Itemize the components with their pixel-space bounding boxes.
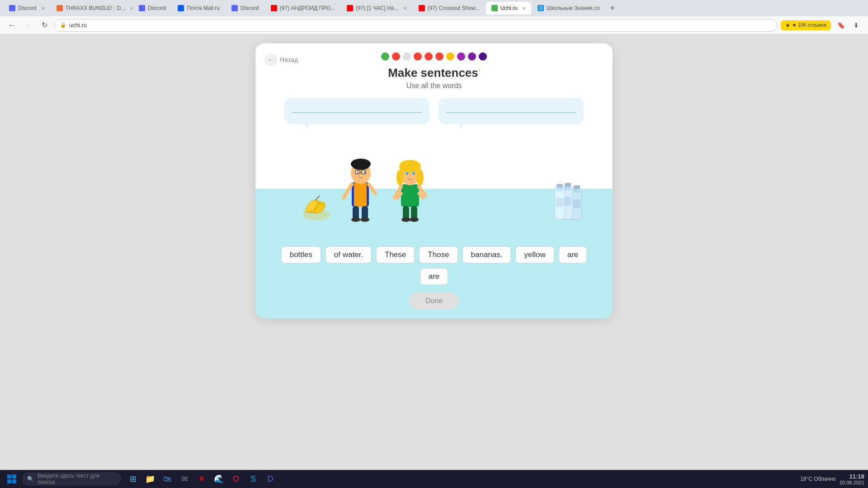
answer-boxes <box>270 98 598 124</box>
exercise-title: Make sentences· <box>270 66 598 80</box>
word-chip-yellow[interactable]: yellow <box>515 246 554 263</box>
tab-label-discord2: Discord <box>148 5 166 11</box>
word-chip-are1[interactable]: are <box>559 246 587 263</box>
card-header: ← Назад Make sentences· Use all the w <box>255 43 613 124</box>
taskbar-icon-skype[interactable]: S <box>245 471 261 487</box>
star-reviews-button[interactable]: ★ ★ 10К отзывов <box>781 20 831 30</box>
clock-time: 11:18 <box>840 473 864 480</box>
tab-close-yt2[interactable]: ✕ <box>403 6 407 11</box>
tab-uchi[interactable]: Uchi.ru ✕ <box>486 2 531 14</box>
taskbar-icon-edge[interactable]: 🌊 <box>211 471 227 487</box>
exercise-subtitle: Use all the words <box>270 82 598 90</box>
star-icon: ★ <box>785 22 790 28</box>
boy-character <box>339 148 382 223</box>
tab-close-thraxx[interactable]: ✕ <box>130 6 132 11</box>
back-label: Назад <box>280 56 298 63</box>
svg-rect-45 <box>557 188 563 191</box>
tab-shkola[interactable]: 3 Школьные Знания.co <box>532 2 605 14</box>
tab-favicon-discord2 <box>139 5 145 11</box>
done-button[interactable]: Done <box>409 292 459 310</box>
svg-rect-47 <box>564 197 571 206</box>
refresh-button[interactable]: ↻ <box>38 19 51 32</box>
clock-date: 20.08.2021 <box>840 480 864 485</box>
tab-discord2[interactable]: Discord <box>133 2 172 14</box>
tab-favicon-discord1 <box>9 5 15 11</box>
word-chip-bananas-text: bananas. <box>471 250 503 259</box>
taskbar-icon-opera[interactable]: O <box>228 471 244 487</box>
tab-label-uchi: Uchi.ru <box>500 5 518 11</box>
taskbar-icon-explorer[interactable]: 📁 <box>142 471 158 487</box>
tab-favicon-discord3 <box>231 5 238 11</box>
tab-discord3[interactable]: Discord <box>226 2 264 14</box>
page-background: ← Назад Make sentences· Use all the w <box>0 34 868 470</box>
tab-yt2[interactable]: (97) [1 ЧАС] На... ✕ <box>341 2 412 14</box>
svg-rect-42 <box>565 187 571 190</box>
tab-favicon-uchi <box>491 5 498 11</box>
tab-label-discord3: Discord <box>241 5 259 11</box>
svg-point-35 <box>401 217 410 222</box>
dot-7[interactable] <box>446 52 454 61</box>
taskbar-icon-store[interactable]: 🛍 <box>159 471 175 487</box>
word-chip-those[interactable]: Those <box>419 246 458 263</box>
dot-6[interactable] <box>435 52 443 61</box>
tab-mail[interactable]: Почта Mail.ru <box>172 2 225 14</box>
word-chip-bananas[interactable]: bananas. <box>462 246 511 263</box>
tab-close-discord1[interactable]: ✕ <box>41 6 45 11</box>
bananas-image <box>298 192 335 222</box>
download-button[interactable]: ⬇ <box>850 19 863 32</box>
dot-1[interactable] <box>381 52 389 61</box>
answer-box-2[interactable] <box>439 98 584 124</box>
tab-label-shkola: Школьные Знания.co <box>547 5 600 11</box>
bookmark-button[interactable]: 🔖 <box>835 19 847 32</box>
progress-dots <box>270 52 598 61</box>
back-nav-button[interactable]: ← <box>5 19 18 32</box>
taskbar-icon-mail[interactable]: ✉ <box>176 471 193 487</box>
tab-yt3[interactable]: (97) Crossout Show... <box>413 2 485 14</box>
tab-label-thraxx: THRAXX BUNDLE! : D... <box>66 5 126 11</box>
word-chip-these-text: These <box>385 250 406 259</box>
tab-discord1[interactable]: Discord ✕ <box>4 2 50 14</box>
word-chips-area: bottles of water. These Those bananas. y… <box>255 235 613 292</box>
dot-10[interactable] <box>479 52 487 61</box>
forward-nav-button[interactable]: → <box>22 19 34 32</box>
address-bar[interactable]: 🔒 uchi.ru <box>54 19 777 32</box>
tab-bar: Discord ✕ THRAXX BUNDLE! : D... ✕ Discor… <box>0 0 868 16</box>
tab-label-discord1: Discord <box>18 5 37 11</box>
word-chip-of-water[interactable]: of water. <box>326 246 372 263</box>
taskbar-search-box[interactable]: 🔍 Введите здесь текст для поиска <box>22 472 121 486</box>
start-button[interactable] <box>4 471 20 487</box>
word-chip-bottles[interactable]: bottles <box>281 246 321 263</box>
svg-line-14 <box>369 184 375 193</box>
tab-yt1[interactable]: (97) АНДРОИД ПРО... <box>265 2 340 14</box>
taskbar-search-text: Введите здесь текст для поиска <box>38 473 116 485</box>
tab-favicon-yt3 <box>419 5 425 11</box>
answer-box-1[interactable] <box>284 98 429 124</box>
new-tab-button[interactable]: + <box>606 2 619 14</box>
dot-2[interactable] <box>392 52 400 61</box>
word-chip-are2[interactable]: are <box>420 268 448 285</box>
svg-point-27 <box>407 173 408 174</box>
address-text: uchi.ru <box>69 22 87 28</box>
dot-3[interactable] <box>403 52 411 61</box>
taskbar-search-icon: 🔍 <box>27 476 34 482</box>
svg-point-8 <box>357 172 359 173</box>
taskbar-app-icons: ⊞ 📁 🛍 ✉ Я 🌊 O S D <box>125 471 278 487</box>
taskbar-icon-yandex[interactable]: Я <box>193 471 210 487</box>
lock-icon: 🔒 <box>60 22 66 28</box>
back-button[interactable]: ← Назад <box>264 53 298 66</box>
dot-5[interactable] <box>425 52 433 61</box>
tab-favicon-yt2 <box>347 5 353 11</box>
word-chip-these[interactable]: These <box>376 246 415 263</box>
dot-9[interactable] <box>468 52 476 61</box>
taskbar-icon-taskview[interactable]: ⊞ <box>125 471 141 487</box>
svg-rect-46 <box>556 198 563 207</box>
taskbar-icon-discord[interactable]: D <box>262 471 278 487</box>
dot-4[interactable] <box>414 52 422 61</box>
tab-thraxx[interactable]: THRAXX BUNDLE! : D... ✕ <box>51 2 132 14</box>
dot-8[interactable] <box>457 52 465 61</box>
word-chip-are1-text: are <box>567 250 579 259</box>
browser-toolbar: ← → ↻ 🔒 uchi.ru ★ ★ 10К отзывов 🔖 ⬇ <box>0 16 868 34</box>
tab-favicon-mail <box>178 5 184 11</box>
word-chip-yellow-text: yellow <box>524 250 545 259</box>
tab-close-uchi[interactable]: ✕ <box>522 6 526 11</box>
